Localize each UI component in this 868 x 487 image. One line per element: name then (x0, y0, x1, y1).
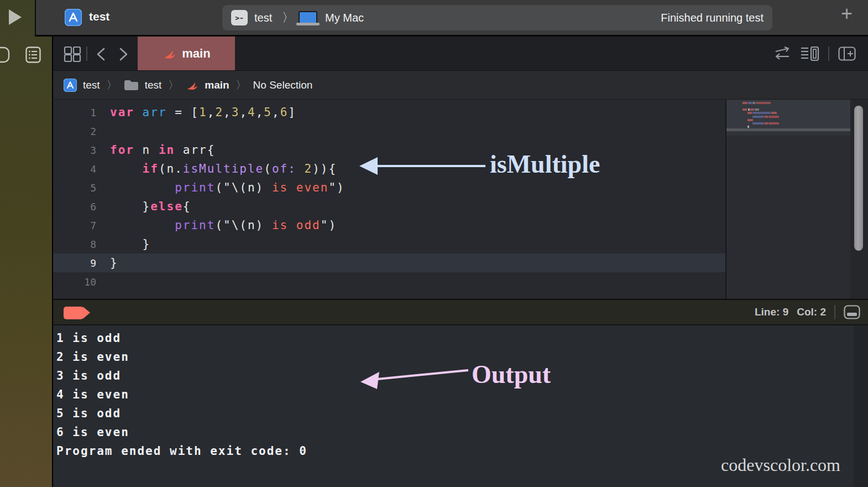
line-number[interactable]: 4 (53, 160, 96, 179)
code-token: arr{ (175, 143, 215, 157)
hide-debug-area-icon[interactable] (844, 305, 860, 319)
line-number[interactable]: 6 (53, 198, 96, 216)
line-number[interactable]: 8 (53, 235, 96, 254)
tabbar-divider (86, 46, 87, 61)
code-line[interactable]: 9} (53, 253, 726, 272)
code-text: if(n.isMultiple(of: 2)){ (96, 162, 337, 175)
scheme-destination[interactable]: My Mac (325, 5, 364, 30)
code-token: is even (272, 181, 329, 194)
minimap-block (755, 108, 759, 111)
code-token: } (110, 237, 150, 251)
minimap-block (747, 119, 753, 121)
console-line: Program ended with exit code: 0 (56, 442, 868, 460)
line-number[interactable]: 9 (53, 254, 96, 273)
code-token: 5 (264, 106, 272, 119)
code-token: ") (328, 181, 344, 194)
code-token (134, 106, 143, 119)
code-line[interactable]: 2 (53, 122, 726, 141)
code-token (296, 162, 305, 175)
scrollbar[interactable] (854, 106, 863, 251)
line-number[interactable]: 5 (53, 179, 96, 198)
code-token: } (110, 200, 150, 213)
code-token: arr (143, 106, 167, 119)
swift-icon (185, 79, 198, 92)
code-token: = [ (167, 106, 200, 119)
minimap-block (752, 112, 771, 114)
line-number[interactable]: 3 (53, 141, 96, 160)
code-line[interactable]: 5 print("\(n) is even") (53, 178, 726, 197)
debugbar-divider (834, 305, 835, 319)
code-line[interactable]: 10 (53, 272, 726, 291)
code-token: ") (321, 219, 337, 232)
console-lines: 1 is odd2 is even3 is odd4 is even5 is o… (53, 325, 868, 460)
code-line[interactable]: 7 print("\(n) is odd") (53, 216, 726, 235)
editor-options-icon[interactable] (801, 46, 819, 61)
code-token: , (207, 106, 216, 119)
code-line[interactable]: 1var arr = [1,2,3,4,5,6] (53, 103, 726, 122)
breadcrumb-file[interactable]: main (205, 79, 229, 91)
code-token: var (110, 106, 134, 119)
code-line[interactable]: 8 } (53, 235, 726, 253)
code-token: } (110, 256, 118, 270)
chevron-separator-icon: 〉 (282, 5, 294, 30)
code-token: , (256, 106, 264, 119)
minimap-block (750, 108, 754, 111)
minimap-block (756, 102, 771, 104)
line-indicator: Line: 9 (755, 306, 788, 318)
code-token: isMultiple (183, 162, 264, 175)
breadcrumb-project[interactable]: test (83, 79, 100, 91)
code-review-icon[interactable] (774, 46, 791, 61)
forward-button[interactable] (117, 47, 129, 61)
console-line: 2 is even (56, 348, 868, 366)
code-token (110, 181, 175, 194)
code-token: n (134, 143, 159, 157)
back-button[interactable] (95, 47, 107, 61)
breadcrumb-folder[interactable]: test (145, 79, 162, 91)
play-button[interactable] (9, 9, 22, 25)
scheme-target[interactable]: test (254, 5, 272, 30)
code-token: (n. (159, 162, 183, 175)
code-token: print (175, 181, 215, 194)
console-output[interactable]: 1 is odd2 is even3 is odd4 is even5 is o… (52, 325, 868, 487)
code-token: , (223, 106, 232, 119)
app-icon (65, 9, 82, 26)
editor-layout-icon[interactable] (64, 46, 81, 63)
console-line: 6 is even (56, 423, 868, 442)
line-number[interactable]: 2 (53, 122, 96, 141)
code-line[interactable]: 4 if(n.isMultiple(of: 2)){ (53, 159, 726, 178)
chevron-icon: 〉 (236, 78, 247, 92)
tab-main[interactable]: main (138, 37, 235, 70)
laptop-screen (299, 11, 317, 24)
window-title: test (89, 10, 109, 23)
screen: test >- test 〉 My Mac Finished running t… (0, 0, 868, 487)
code-line[interactable]: 3for n in arr{ (53, 141, 726, 159)
code-text: for n in arr{ (96, 143, 215, 157)
code-token (110, 162, 143, 175)
line-number[interactable]: 7 (53, 216, 96, 235)
code-token: print (175, 219, 215, 232)
add-editor-icon[interactable] (838, 46, 856, 61)
code-token: in (159, 143, 175, 157)
breakpoint-indicator[interactable] (64, 307, 83, 319)
minimap-block (768, 116, 779, 118)
minimap-block (747, 126, 749, 128)
code-token: of: (272, 162, 296, 175)
code-token: is odd (272, 219, 321, 232)
code-token: else (150, 200, 183, 213)
line-number[interactable]: 10 (53, 273, 96, 292)
minimap-block (765, 116, 768, 118)
debug-bar: Line: 9 Col: 2 (52, 299, 868, 325)
minimap-block (747, 112, 752, 114)
scheme-selector[interactable]: >- test 〉 My Mac Finished running test (222, 5, 772, 30)
line-number[interactable]: 1 (53, 103, 96, 122)
code-token: , (239, 106, 248, 119)
code-line[interactable]: 6 }else{ (53, 197, 726, 216)
minimap[interactable] (726, 100, 850, 299)
add-tab-button[interactable]: + (841, 2, 853, 25)
breadcrumb-selection[interactable]: No Selection (253, 79, 313, 91)
column-indicator: Col: 2 (797, 306, 826, 318)
code-token: , (272, 106, 280, 119)
code-token: { (183, 200, 191, 213)
code-token: for (110, 143, 134, 157)
code-text: }else{ (96, 200, 191, 213)
